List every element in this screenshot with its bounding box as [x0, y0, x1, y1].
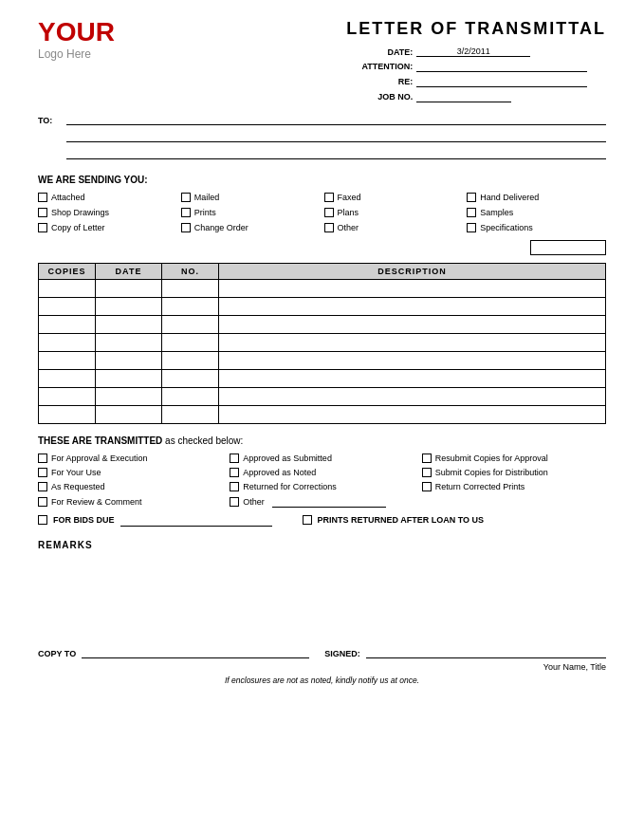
re-line	[416, 76, 587, 87]
to-section: TO:	[38, 112, 606, 163]
copy-to-line	[82, 645, 309, 658]
checkbox-box-hand-delivered[interactable]	[467, 193, 476, 202]
checkboxes-grid: Attached Mailed Faxed Hand Delivered Sho…	[38, 193, 606, 232]
checkbox-box-approved-noted[interactable]	[230, 468, 239, 477]
checkbox-box-as-requested[interactable]	[38, 482, 47, 491]
table-row	[39, 406, 605, 423]
checkbox-label-faxed: Faxed	[338, 193, 361, 202]
check-label-for-your-use: For Your Use	[51, 468, 101, 477]
transmitted-section: THESE ARE TRANSMITTED as checked below: …	[38, 435, 606, 527]
to-line3-field	[66, 146, 606, 159]
table-row	[39, 370, 605, 388]
copy-to-label: COPY TO	[38, 649, 76, 658]
logo-your: YOUR	[38, 19, 115, 46]
to-spacer2	[38, 150, 66, 159]
cell	[219, 316, 605, 333]
cell	[96, 334, 162, 351]
cell	[219, 298, 605, 315]
cell	[219, 334, 605, 351]
cell	[219, 352, 605, 369]
top-right-box	[38, 240, 606, 255]
checkbox-label-mailed: Mailed	[194, 193, 220, 202]
checkbox-mailed: Mailed	[181, 193, 321, 202]
checkbox-label-plans: Plans	[338, 208, 359, 217]
checkbox-box-other[interactable]	[324, 223, 334, 232]
jobno-label: JOB NO.	[346, 92, 413, 102]
to-label: TO:	[38, 116, 66, 125]
checkbox-box-return-corrected-prints[interactable]	[422, 482, 432, 491]
checkbox-label-prints: Prints	[194, 208, 216, 217]
cell	[219, 280, 605, 297]
checkbox-box-copy-of-letter[interactable]	[38, 223, 47, 232]
checkbox-box-change-order[interactable]	[181, 223, 191, 232]
check-label-resubmit-copies: Resubmit Copies for Approval	[435, 454, 548, 463]
table-row	[39, 316, 605, 334]
checkbox-copy-of-letter: Copy of Letter	[38, 223, 177, 232]
checkbox-box-approved-submitted[interactable]	[230, 454, 239, 463]
date-row: DATE: 3/2/2011	[346, 46, 606, 57]
cell	[39, 352, 96, 369]
table-row	[39, 352, 605, 370]
cell	[162, 316, 219, 333]
check-label-return-corrected-prints: Return Corrected Prints	[435, 482, 525, 491]
signed-label: SIGNED:	[324, 649, 360, 658]
checkbox-change-order: Change Order	[181, 223, 321, 232]
cell	[219, 388, 605, 405]
attention-line	[416, 61, 587, 72]
cell	[219, 406, 605, 423]
logo-sub: Logo Here	[38, 47, 91, 61]
name-title: Your Name, Title	[543, 662, 606, 672]
copy-signed-row: COPY TO SIGNED:	[38, 645, 606, 658]
checkbox-box-approval-execution[interactable]	[38, 454, 47, 463]
check-submit-copies-distribution: Submit Copies for Distribution	[422, 468, 606, 477]
cell	[96, 352, 162, 369]
check-approved-submitted: Approved as Submitted	[230, 454, 414, 463]
attention-label: ATTENTION:	[346, 62, 413, 71]
checkbox-box-resubmit-copies[interactable]	[422, 454, 432, 463]
checkbox-hand-delivered: Hand Delivered	[467, 193, 606, 202]
checkbox-label-attached: Attached	[51, 193, 85, 202]
cell	[96, 406, 162, 423]
attention-row: ATTENTION:	[346, 61, 606, 72]
checkbox-box-specifications[interactable]	[467, 223, 476, 232]
checkbox-box-bids-due[interactable]	[38, 515, 47, 525]
checkbox-faxed: Faxed	[324, 193, 464, 202]
checkbox-box-other-transmitted[interactable]	[230, 497, 239, 507]
date-label: DATE:	[346, 47, 413, 57]
checkbox-box-mailed[interactable]	[181, 193, 191, 202]
remarks-label: REMARKS	[38, 540, 606, 550]
cell	[39, 388, 96, 405]
check-approval-execution: For Approval & Execution	[38, 454, 222, 463]
remarks-section: REMARKS	[38, 540, 606, 630]
cell	[219, 370, 605, 387]
table-header: COPIES DATE NO. DESCRIPTION	[39, 264, 605, 280]
checkbox-box-plans[interactable]	[324, 208, 334, 217]
table-row	[39, 388, 605, 406]
footer-note: If enclosures are not as noted, kindly n…	[38, 676, 606, 685]
cell	[162, 388, 219, 405]
checkbox-box-attached[interactable]	[38, 193, 47, 202]
checkbox-box-returned-corrections[interactable]	[230, 482, 239, 491]
checkbox-box-submit-copies-distribution[interactable]	[422, 468, 432, 477]
checkbox-box-shop-drawings[interactable]	[38, 208, 47, 217]
checkbox-label-change-order: Change Order	[194, 223, 248, 232]
checkbox-box-for-your-use[interactable]	[38, 468, 47, 477]
checkbox-box-faxed[interactable]	[324, 193, 334, 202]
re-row: RE:	[346, 76, 606, 87]
cell	[39, 298, 96, 315]
checkbox-plans: Plans	[324, 208, 464, 217]
cell	[162, 352, 219, 369]
prints-returned-label: PRINTS RETURNED AFTER LOAN TO US	[318, 515, 485, 525]
checkbox-box-review-comment[interactable]	[38, 497, 47, 507]
checkbox-box-prints-returned[interactable]	[303, 515, 312, 525]
transmitted-grid: For Approval & Execution Approved as Sub…	[38, 454, 606, 508]
checkbox-box-prints[interactable]	[181, 208, 191, 217]
checkbox-box-samples[interactable]	[467, 208, 476, 217]
table-row	[39, 298, 605, 316]
checkbox-label-samples: Samples	[480, 208, 513, 217]
checkbox-other: Other	[324, 223, 464, 232]
table-row	[39, 334, 605, 352]
checkbox-prints: Prints	[181, 208, 321, 217]
check-label-submit-copies-distribution: Submit Copies for Distribution	[435, 468, 548, 477]
we-are-sending-title: WE ARE SENDING YOU:	[38, 175, 606, 185]
